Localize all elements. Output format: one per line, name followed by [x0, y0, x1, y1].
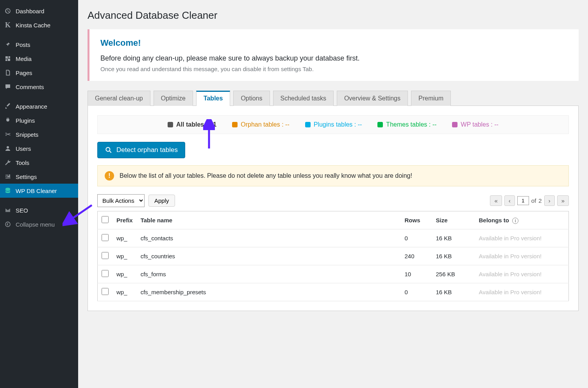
sidebar-item-label: Posts	[16, 41, 30, 48]
page-icon	[4, 69, 12, 77]
filter-plugins[interactable]: Plugins tables : --	[305, 121, 362, 128]
cell-prefix: wp_	[113, 265, 137, 283]
brush-icon	[4, 102, 12, 110]
welcome-msg2: Once you read and understand this messag…	[100, 66, 568, 72]
th-belongs[interactable]: Belongs to i	[475, 211, 569, 229]
filter-wp[interactable]: WP tables : --	[452, 121, 499, 128]
sidebar-item-label: Plugins	[16, 117, 35, 124]
sidebar-item-comments[interactable]: Comments	[0, 80, 78, 94]
svg-point-1	[5, 188, 10, 190]
th-rows[interactable]: Rows	[401, 211, 432, 229]
row-checkbox[interactable]	[102, 234, 109, 241]
table-row: wp_cfs_membership_presets016 KBAvailable…	[98, 283, 569, 301]
tab-tables[interactable]: Tables	[196, 91, 231, 106]
row-checkbox[interactable]	[102, 252, 109, 259]
square-icon	[305, 122, 311, 127]
page-title: Advanced Database Cleaner	[88, 9, 579, 21]
cell-name: cfs_membership_presets	[137, 283, 401, 301]
cell-prefix: wp_	[113, 229, 137, 247]
tab-content: All tables : 51 Orphan tables : -- Plugi…	[88, 106, 579, 311]
tab-optimize[interactable]: Optimize	[154, 91, 193, 106]
main-content: Advanced Database Cleaner Welcome! Befor…	[78, 0, 588, 388]
th-name[interactable]: Table name	[137, 211, 401, 229]
sidebar-item-plugins[interactable]: Plugins	[0, 113, 78, 127]
pager-current-input[interactable]	[517, 196, 529, 205]
cell-rows: 240	[401, 247, 432, 265]
sidebar-item-pages[interactable]: Pages	[0, 66, 78, 80]
welcome-heading: Welcome!	[100, 38, 568, 48]
sidebar-item-posts[interactable]: Posts	[0, 38, 78, 52]
sidebar-item-label: Kinsta Cache	[16, 22, 50, 29]
sidebar-item-label: Media	[16, 55, 32, 62]
detect-orphan-tables-button[interactable]: Detect orphan tables	[97, 142, 185, 158]
pager-last[interactable]: »	[557, 195, 569, 206]
seo-icon	[4, 206, 12, 214]
scissors-icon: ✂	[4, 131, 12, 138]
sidebar-item-kinsta-cache[interactable]: KKinsta Cache	[0, 18, 78, 32]
tab-overview-settings[interactable]: Overview & Settings	[337, 91, 408, 106]
pager-next[interactable]: ›	[544, 195, 555, 206]
cell-name: cfs_forms	[137, 265, 401, 283]
th-size[interactable]: Size	[432, 211, 475, 229]
filter-themes[interactable]: Themes tables : --	[377, 121, 436, 128]
table-row: wp_cfs_contacts016 KBAvailable in Pro ve…	[98, 229, 569, 247]
sidebar-item-settings[interactable]: Settings	[0, 170, 78, 184]
cell-size: 16 KB	[432, 229, 475, 247]
cell-name: cfs_contacts	[137, 229, 401, 247]
svg-point-2	[5, 222, 10, 227]
filter-orphan[interactable]: Orphan tables : --	[232, 121, 290, 128]
row-checkbox[interactable]	[102, 288, 109, 295]
tab-scheduled-tasks[interactable]: Scheduled tasks	[273, 91, 334, 106]
warning-text: Below the list of all your tables. Pleas…	[120, 172, 412, 179]
pager-first[interactable]: «	[490, 195, 502, 206]
sidebar-item-label: WP DB Cleaner	[16, 188, 57, 194]
sidebar-item-snippets[interactable]: ✂Snippets	[0, 127, 78, 141]
sidebar-item-label: Tools	[16, 159, 29, 166]
cell-rows: 10	[401, 265, 432, 283]
user-icon	[4, 145, 12, 152]
apply-button[interactable]: Apply	[148, 195, 175, 207]
table-row: wp_cfs_forms10256 KBAvailable in Pro ver…	[98, 265, 569, 283]
cell-rows: 0	[401, 229, 432, 247]
pager-prev[interactable]: ‹	[504, 195, 515, 206]
tab-options[interactable]: Options	[233, 91, 270, 106]
filter-all[interactable]: All tables : 51	[168, 121, 216, 128]
tab-premium[interactable]: Premium	[411, 91, 451, 106]
select-all-checkbox[interactable]	[102, 216, 109, 223]
cell-belongs: Available in Pro version!	[475, 229, 569, 247]
square-icon	[377, 122, 383, 127]
pin-icon	[4, 41, 12, 48]
gauge-icon	[4, 7, 12, 15]
sidebar-item-wpdbcleaner[interactable]: WP DB Cleaner	[0, 184, 78, 198]
sidebar-item-dashboard[interactable]: Dashboard	[0, 4, 78, 18]
cell-size: 256 KB	[432, 265, 475, 283]
bulk-actions-select[interactable]: Bulk Actions	[97, 194, 145, 207]
k-icon: K	[4, 21, 12, 29]
sliders-icon	[4, 173, 12, 181]
admin-sidebar: Dashboard KKinsta Cache Posts Media Page…	[0, 0, 78, 388]
svg-point-0	[7, 146, 9, 148]
media-icon	[4, 55, 12, 63]
welcome-msg1: Before doing any clean-up, please make s…	[100, 54, 568, 63]
cell-size: 16 KB	[432, 283, 475, 301]
filter-row: All tables : 51 Orphan tables : -- Plugi…	[97, 115, 569, 134]
sidebar-item-tools[interactable]: Tools	[0, 156, 78, 170]
sidebar-item-users[interactable]: Users	[0, 141, 78, 156]
pagination: « ‹ of 2 › »	[490, 195, 569, 206]
warning-icon: !	[105, 171, 114, 181]
table-row: wp_cfs_countries24016 KBAvailable in Pro…	[98, 247, 569, 265]
sidebar-item-appearance[interactable]: Appearance	[0, 99, 78, 113]
sidebar-item-label: Snippets	[16, 131, 38, 138]
tab-general-cleanup[interactable]: General clean-up	[88, 91, 150, 106]
sidebar-item-media[interactable]: Media	[0, 52, 78, 66]
svg-point-3	[106, 147, 110, 151]
cell-size: 16 KB	[432, 247, 475, 265]
sidebar-item-label: Users	[16, 145, 31, 152]
db-icon	[4, 187, 12, 195]
sidebar-item-seo[interactable]: SEO	[0, 203, 78, 217]
info-icon: i	[512, 218, 518, 224]
th-prefix[interactable]: Prefix	[113, 211, 137, 229]
square-icon	[232, 122, 238, 127]
row-checkbox[interactable]	[102, 270, 109, 277]
sidebar-collapse[interactable]: Collapse menu	[0, 217, 78, 231]
